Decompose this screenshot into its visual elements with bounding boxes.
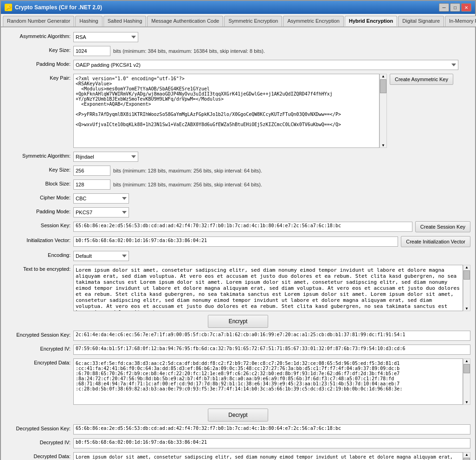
- sym-padding-label: Padding Mode:: [6, 207, 71, 214]
- dec-data-scrollbar[interactable]: ▲ ▼: [463, 452, 470, 460]
- block-size-hint: bits (minimum: 128 bits, maximum: 256 bi…: [113, 182, 262, 187]
- text-encrypt-container: ▲ ▼: [73, 265, 470, 311]
- create-asym-key-button[interactable]: Create Asymmetric Key: [390, 74, 453, 85]
- key-size-input[interactable]: [73, 46, 110, 56]
- enc-data-scrollbar[interactable]: ▲ ▼: [463, 358, 470, 405]
- decrypt-btn-row: Decrypt: [6, 409, 470, 422]
- iv-value-area: b0:f5:6b:68:6a:02:00:1d:16:97:da:6b:33:8…: [73, 236, 470, 247]
- sym-algorithm-label: Symmetric Algorithm:: [6, 152, 71, 159]
- text-encrypt-scrollbar[interactable]: ▲ ▼: [463, 265, 470, 311]
- asym-algorithm-select[interactable]: RSA: [73, 32, 138, 42]
- sym-padding-row: Padding Mode: PKCS7: [6, 207, 470, 217]
- cipher-mode-value-area: CBC: [73, 193, 470, 204]
- scrollbar-up-arrow[interactable]: ▲: [380, 74, 386, 78]
- asym-padding-select[interactable]: OAEP padding (PKCS#1 v2): [73, 60, 458, 70]
- tab-hashing[interactable]: Hashing: [75, 16, 102, 26]
- dec-data-textarea[interactable]: [73, 452, 463, 460]
- keypair-scrollbar[interactable]: ▲ ▼: [380, 74, 387, 148]
- content-area: Asymmetric Algorithm: RSA Key Size: bits…: [1, 27, 475, 460]
- minimize-button[interactable]: ─: [439, 3, 449, 12]
- text-scrollbar-thumb[interactable]: [463, 270, 470, 280]
- encoding-value-area: Default: [73, 251, 470, 261]
- block-size-row: Block Size: bits (minimum: 128 bits, max…: [6, 179, 470, 190]
- text-encrypt-value-area: ▲ ▼: [73, 265, 470, 311]
- dec-session-key-label: Decrypted Session Key:: [6, 424, 71, 431]
- tabs-bar: Random Number Generator Hashing Salted H…: [1, 14, 475, 27]
- sym-algorithm-row: Symmetric Algorithm: Rijndael: [6, 152, 470, 162]
- maximize-button[interactable]: □: [450, 3, 460, 12]
- key-pair-label: Key Pair:: [6, 74, 71, 81]
- app-icon: 🔑: [5, 4, 12, 11]
- dec-iv-row: Decrypted IV: b0:f5:6b:68:6a:02:00:1d:16…: [6, 438, 470, 448]
- key-pair-value-area: ▲ ▼ Create Asymmetric Key: [73, 74, 470, 148]
- asym-algorithm-value-area: RSA: [73, 32, 470, 42]
- dec-session-key-value-area: 65:6b:86:ea:2e:d5:56:53:db:cd:ad:ad:42:f…: [73, 424, 470, 434]
- sym-algorithm-value-area: Rijndael: [73, 152, 470, 162]
- enc-data-label: Encrypted Data:: [6, 358, 71, 365]
- dec-session-key-display: 65:6b:86:ea:2e:d5:56:53:db:cd:ad:ad:42:f…: [73, 424, 470, 434]
- enc-iv-display: 07:59:60:4a:b1:5f:17:68:0f:12:ba:94:76:9…: [73, 345, 470, 355]
- sym-key-size-input[interactable]: [73, 166, 110, 176]
- enc-data-value-area: ▲ ▼: [73, 358, 470, 405]
- create-session-key-button[interactable]: Create Session Key: [415, 221, 470, 232]
- encrypt-button[interactable]: Encrypt: [208, 315, 268, 328]
- text-encrypt-label: Text to be encrypted:: [6, 265, 71, 272]
- text-scrollbar-up[interactable]: ▲: [463, 265, 470, 269]
- title-bar-left: 🔑 Crypto Samples (C# for .NET 2.0): [5, 4, 102, 11]
- tab-in-memory[interactable]: In-Memory Protection: [445, 16, 476, 26]
- enc-scrollbar-down[interactable]: ▼: [463, 400, 470, 404]
- dec-scrollbar-thumb[interactable]: [463, 458, 470, 460]
- tab-mac[interactable]: Message Authentication Code: [147, 16, 223, 26]
- sym-padding-select[interactable]: PKCS7: [73, 207, 129, 217]
- tab-hybrid[interactable]: Hybrid Encryption: [345, 16, 397, 26]
- enc-iv-value-area: 07:59:60:4a:b1:5f:17:68:0f:12:ba:94:76:9…: [73, 345, 470, 355]
- dec-data-value-area: ▲ ▼: [73, 452, 470, 460]
- text-encrypt-textarea[interactable]: [73, 265, 463, 311]
- cipher-mode-row: Cipher Mode: CBC: [6, 193, 470, 204]
- scrollbar-down-arrow[interactable]: ▼: [380, 143, 386, 147]
- enc-session-key-label: Encrypted Session Key:: [6, 331, 71, 338]
- session-key-row: Session Key: 65:6b:86:ea:2e:d5:56:53:db:…: [6, 221, 470, 232]
- create-iv-button[interactable]: Create Initialization Vector: [401, 236, 470, 247]
- dec-scrollbar-up[interactable]: ▲: [463, 453, 470, 457]
- tab-asymmetric[interactable]: Asymmetric Encryption: [283, 16, 343, 26]
- key-pair-container: ▲ ▼: [73, 74, 387, 148]
- title-bar: 🔑 Crypto Samples (C# for .NET 2.0) ─ □ ✕: [1, 1, 475, 14]
- tab-salted-hashing[interactable]: Salted Hashing: [103, 16, 147, 26]
- keypair-textarea[interactable]: [73, 74, 380, 148]
- session-key-value-area: 65:6b:86:ea:2e:d5:56:53:db:cd:ad:ad:42:f…: [73, 221, 470, 232]
- title-bar-controls: ─ □ ✕: [439, 3, 471, 12]
- key-size-value-area: bits (minimum: 384 bits, maximum: 16384 …: [73, 46, 470, 56]
- sym-key-size-value-area: bits (minimum: 128 bits, maximum: 256 bi…: [73, 166, 470, 176]
- encrypt-btn-row: Encrypt: [6, 315, 470, 328]
- tab-random-number[interactable]: Random Number Generator: [3, 16, 74, 26]
- text-scrollbar-down[interactable]: ▼: [463, 307, 470, 311]
- iv-row: Initialization Vector: b0:f5:6b:68:6a:02…: [6, 236, 470, 247]
- asym-algorithm-label: Asymmetric Algorithm:: [6, 32, 71, 39]
- main-window: 🔑 Crypto Samples (C# for .NET 2.0) ─ □ ✕…: [0, 0, 476, 460]
- dec-session-key-row: Decrypted Session Key: 65:6b:86:ea:2e:d5…: [6, 424, 470, 434]
- scrollbar-thumb[interactable]: [380, 79, 386, 93]
- enc-scrollbar-thumb[interactable]: [463, 364, 470, 373]
- key-size-label: Key Size:: [6, 46, 71, 53]
- enc-scrollbar-up[interactable]: ▲: [463, 359, 470, 363]
- enc-data-textarea[interactable]: [73, 358, 463, 405]
- tab-symmetric[interactable]: Symmetric Encryption: [224, 16, 282, 26]
- encoding-label: Encoding:: [6, 251, 71, 258]
- block-size-label: Block Size:: [6, 179, 71, 186]
- enc-session-key-value-area: 2c:61:4e:da:4e:c6:ec:56:7e:e7:1f:a9:00:0…: [73, 331, 470, 341]
- dec-data-container: ▲ ▼: [73, 452, 470, 460]
- cipher-mode-select[interactable]: CBC: [73, 193, 129, 204]
- key-size-row: Key Size: bits (minimum: 384 bits, maxim…: [6, 46, 470, 56]
- encoding-select[interactable]: Default: [73, 251, 129, 261]
- block-size-value-area: bits (minimum: 128 bits, maximum: 256 bi…: [73, 179, 470, 190]
- session-key-display: 65:6b:86:ea:2e:d5:56:53:db:cd:ad:ad:42:f…: [73, 222, 412, 232]
- tab-digital-signature[interactable]: Digital Signature: [398, 16, 444, 26]
- cipher-mode-label: Cipher Mode:: [6, 193, 71, 200]
- sym-algorithm-select[interactable]: Rijndael: [73, 152, 138, 162]
- enc-iv-label: Encrypted IV:: [6, 345, 71, 351]
- sym-key-size-label: Key Size:: [6, 166, 71, 172]
- close-button[interactable]: ✕: [461, 3, 471, 12]
- decrypt-button[interactable]: Decrypt: [208, 409, 268, 422]
- block-size-input[interactable]: [73, 179, 110, 190]
